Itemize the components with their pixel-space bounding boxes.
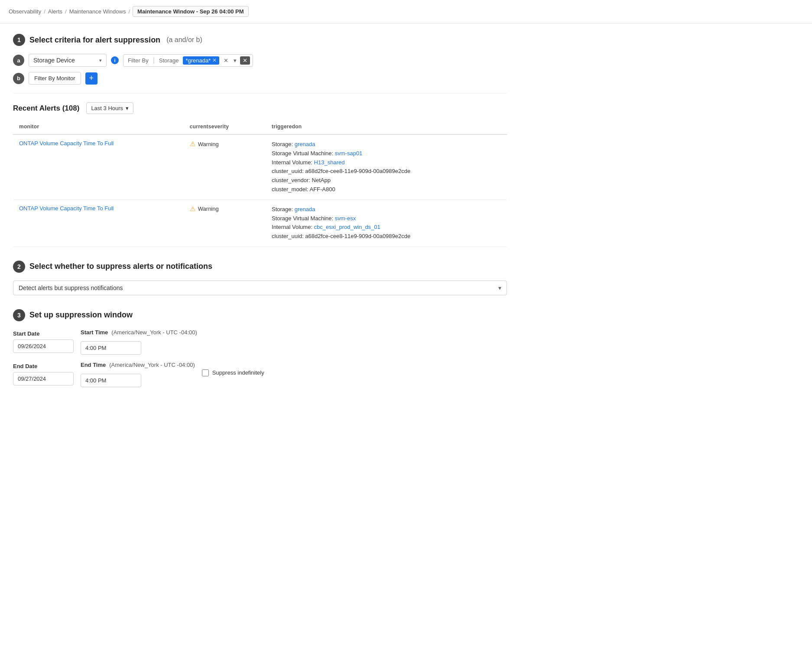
time-range-arrow: ▾ [126,105,129,111]
start-time-group: Start Time (America/New_York - UTC -04:0… [81,329,197,355]
severity-warning: ⚠Warning [190,140,260,148]
end-date-input[interactable] [13,372,74,385]
triggered-plain-text: cluster_uuid: a68d2fce-cee8-11e9-909d-00… [272,168,410,174]
suppress-indefinitely-text: Suppress indefinitely [212,369,264,376]
breadcrumb-maintenance-windows[interactable]: Maintenance Windows [69,8,126,15]
breadcrumb-current: Maintenance Window - Sep 26 04:00 PM [133,6,249,17]
suppress-type-label: Detect alerts but suppress notifications [19,284,123,291]
start-date-group: Start Date [13,330,74,353]
alerts-table-header-row: monitor currentSeverity triggeredOn [13,119,507,134]
start-date-input[interactable] [13,340,74,353]
time-range-label: Last 3 Hours [91,105,123,111]
filter-tag-remove[interactable]: ✕ [212,57,217,63]
triggered-line: Storage Virtual Machine: svm-sap01 [272,149,501,158]
start-timezone-note: (America/New_York - UTC -04:00) [111,329,197,339]
add-filter-btn[interactable]: + [85,72,97,85]
filter-close-btn[interactable]: ✕ [240,56,250,65]
severity-cell: ⚠Warning [184,199,266,246]
col-triggered: triggeredOn [266,119,507,134]
triggered-line: cluster_model: AFF-A800 [272,185,501,194]
filter-tag-grenada[interactable]: *grenada* ✕ [183,56,219,65]
triggered-on-cell: Storage: grenadaStorage Virtual Machine:… [266,199,507,246]
filter-clear-btn[interactable]: ✕ [222,56,230,65]
breadcrumb-observability[interactable]: Observability [9,8,41,15]
triggered-plain-text: Storage Virtual Machine: [272,215,335,222]
label-b-circle: b [13,73,24,84]
breadcrumb: Observability / Alerts / Maintenance Win… [0,0,812,23]
section-1-subtitle: (a and/or b) [166,36,202,44]
section-2-header: 2 Select whether to suppress alerts or n… [13,261,507,273]
time-range-dropdown[interactable]: Last 3 Hours ▾ [86,102,133,114]
severity-warning: ⚠Warning [190,205,260,213]
suppress-type-dropdown[interactable]: Detect alerts but suppress notifications… [13,281,507,295]
end-time-input[interactable] [81,374,141,387]
triggered-value-link[interactable]: H13_shared [314,159,345,166]
end-time-label: End Time [81,362,106,368]
info-icon[interactable]: i [111,56,119,64]
triggered-value-link[interactable]: grenada [295,141,315,147]
suppress-indefinitely-checkbox[interactable] [202,369,209,376]
triggered-line: Storage: grenada [272,205,501,214]
triggered-value-link[interactable]: svm-esx [335,215,356,222]
monitor-link[interactable]: ONTAP Volume Capacity Time To Full [19,140,114,147]
section-1-title: Select criteria for alert suppression [29,36,160,45]
triggered-line: cluster_vendor: NetApp [272,176,501,185]
triggered-plain-text: cluster_uuid: a68d2fce-cee8-11e9-909d-00… [272,233,410,239]
start-time-label: Start Time [81,329,108,336]
severity-text: Warning [198,206,219,212]
triggered-plain-text: Storage Virtual Machine: [272,150,335,157]
storage-device-label: Storage Device [33,57,75,64]
section-3: 3 Set up suppression window Start Date S… [13,309,507,387]
table-row: ONTAP Volume Capacity Time To Full⚠Warni… [13,199,507,246]
suppress-indefinitely-label[interactable]: Suppress indefinitely [202,369,264,376]
severity-text: Warning [198,141,219,147]
section-2: 2 Select whether to suppress alerts or n… [13,261,507,295]
triggered-value-link[interactable]: cbc_esxi_prod_win_ds_01 [314,224,380,230]
filter-icons: ✕ ▾ ✕ [222,56,250,65]
section-1-header: 1 Select criteria for alert suppression … [13,34,507,46]
step-3-circle: 3 [13,309,25,321]
monitor-cell: ONTAP Volume Capacity Time To Full [13,134,184,199]
criteria-row-a: a Storage Device ▾ i Filter By | Storage… [13,54,507,67]
filter-storage-label: Storage [157,56,181,65]
section-3-header: 3 Set up suppression window [13,309,507,321]
end-time-group: End Time (America/New_York - UTC -04:00) [81,362,195,387]
monitor-link[interactable]: ONTAP Volume Capacity Time To Full [19,205,114,212]
start-row: Start Date Start Time (America/New_York … [13,329,507,355]
triggered-value-link[interactable]: grenada [295,206,315,212]
divider-1 [13,93,507,94]
severity-cell: ⚠Warning [184,134,266,199]
section-1: 1 Select criteria for alert suppression … [13,34,507,247]
filter-by-monitor-btn[interactable]: Filter By Monitor [29,72,81,85]
start-time-input[interactable] [81,341,141,355]
triggered-line: cluster_uuid: a68d2fce-cee8-11e9-909d-00… [272,167,501,176]
recent-alerts-title: Recent Alerts (108) [13,104,79,113]
col-monitor: monitor [13,119,184,134]
end-timezone-note: (America/New_York - UTC -04:00) [109,362,195,371]
storage-device-dropdown[interactable]: Storage Device ▾ [29,54,107,67]
filter-dropdown-btn[interactable]: ▾ [232,56,238,65]
breadcrumb-sep-2: / [65,8,67,15]
col-severity: currentSeverity [184,119,266,134]
section-2-title: Select whether to suppress alerts or not… [29,262,212,271]
breadcrumb-alerts[interactable]: Alerts [48,8,62,15]
alerts-table: monitor currentSeverity triggeredOn ONTA… [13,119,507,247]
triggered-value-link[interactable]: svm-sap01 [335,150,363,157]
label-a-circle: a [13,55,24,66]
filter-monitor-label: Filter By Monitor [34,75,75,82]
start-date-label: Start Date [13,330,74,337]
triggered-line: Internal Volume: cbc_esxi_prod_win_ds_01 [272,223,501,232]
alerts-table-head: monitor currentSeverity triggeredOn [13,119,507,134]
section-3-title: Set up suppression window [29,310,133,320]
storage-device-arrow: ▾ [99,58,102,63]
monitor-cell: ONTAP Volume Capacity Time To Full [13,199,184,246]
triggered-line: Storage Virtual Machine: svm-esx [272,214,501,223]
triggered-plain-text: Storage: [272,206,295,212]
recent-alerts-header: Recent Alerts (108) Last 3 Hours ▾ [13,102,507,114]
table-row: ONTAP Volume Capacity Time To Full⚠Warni… [13,134,507,199]
step-1-circle: 1 [13,34,25,46]
filter-separator: | [153,56,155,64]
suppress-indefinitely-group: Suppress indefinitely [202,369,264,379]
warning-icon: ⚠ [190,140,195,148]
end-date-group: End Date [13,363,74,385]
